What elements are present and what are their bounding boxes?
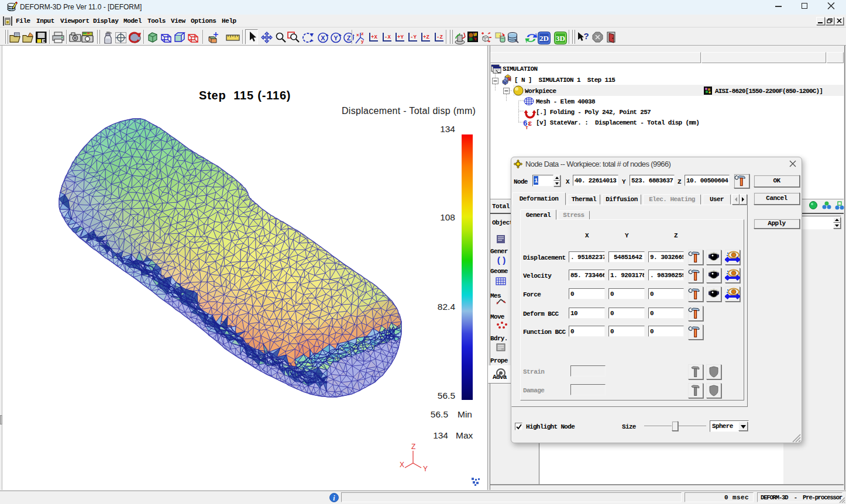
svg-text:+Y: +Y <box>397 34 404 40</box>
svg-text:3D: 3D <box>556 34 565 43</box>
svg-text:-Y: -Y <box>410 34 417 40</box>
svg-text:+Z: +Z <box>423 34 429 40</box>
svg-text:X: X <box>321 34 325 42</box>
svg-text:Z: Z <box>347 34 351 42</box>
svg-text:-X: -X <box>384 34 391 40</box>
svg-text:T: T <box>525 125 528 130</box>
svg-text:-Z: -Z <box>436 34 443 40</box>
svg-text:ε: ε <box>528 120 532 128</box>
svg-text:(): () <box>496 256 507 266</box>
svg-text:z: z <box>361 32 364 36</box>
svg-text:x: x <box>356 32 359 37</box>
svg-text:2D: 2D <box>539 34 549 43</box>
svg-text:X: X <box>400 461 404 469</box>
svg-text:Y: Y <box>333 34 338 42</box>
svg-text:Z: Z <box>411 443 415 451</box>
svg-text:?: ? <box>583 32 589 41</box>
svg-text:Y: Y <box>423 465 428 472</box>
svg-text:y: y <box>361 39 364 44</box>
svg-text:+X: +X <box>371 34 377 40</box>
